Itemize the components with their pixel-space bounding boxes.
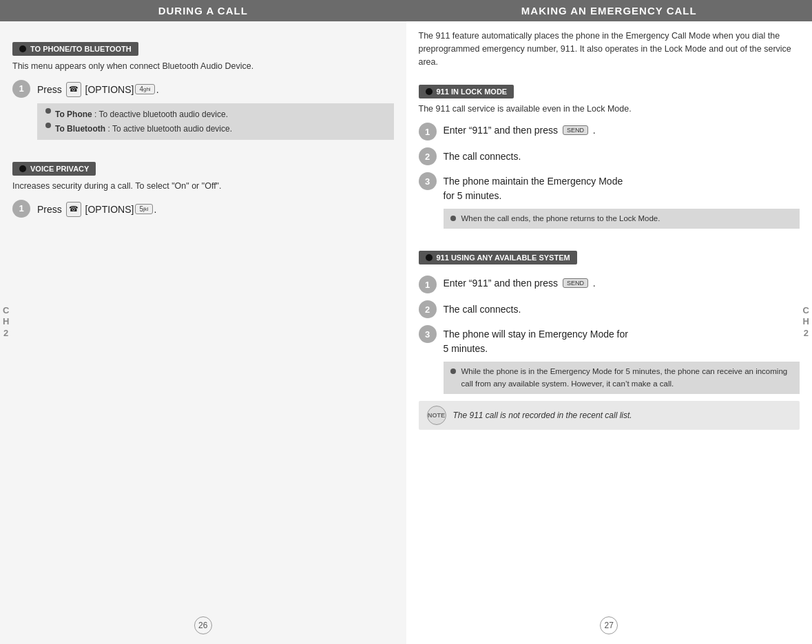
- right-intro: The 911 feature automatically places the…: [419, 30, 800, 68]
- 911-any-system-header: 911 USING ANY AVAILABLE SYSTEM: [419, 251, 577, 264]
- step-circle-a2: 2: [419, 300, 437, 318]
- step-911-lock-2: 2 The call connects.: [419, 147, 800, 165]
- any-system-note: While the phone is in the Emergency Mode…: [444, 362, 800, 394]
- left-header: DURING A CALL: [0, 0, 406, 21]
- step-1-text: Press ☎ [OPTIONS] 4ghi .: [37, 80, 159, 97]
- step-circle-vp-1: 1: [12, 200, 30, 218]
- step-l1-text: Enter “911” and then press SEND .: [444, 123, 596, 136]
- step-circle-l3: 3: [419, 172, 437, 190]
- options-label: [OPTIONS]: [85, 84, 134, 95]
- step-l2-text: The call connects.: [444, 147, 521, 164]
- 911-lock-body: The 911 call service is available even i…: [419, 103, 800, 116]
- step-911-lock-1: 1 Enter “911” and then press SEND .: [419, 123, 800, 141]
- step-911-any-1: 1 Enter “911” and then press SEND .: [419, 276, 800, 293]
- step-a3-text: The phone will stay in Emergency Mode fo…: [444, 325, 628, 356]
- step-circle-l2: 2: [419, 147, 437, 165]
- step-row: 1 Press ☎ [OPTIONS] 4ghi .: [12, 80, 394, 98]
- key-4-icon: 4ghi: [135, 84, 154, 94]
- footer-note: NOTE The 911 call is not recorded in the…: [419, 401, 800, 430]
- page-number-right: 27: [600, 616, 618, 634]
- ch-marker-right: CH2: [803, 304, 809, 340]
- step-circle-a3: 3: [419, 325, 437, 343]
- page-number-left: 26: [194, 616, 212, 634]
- step-911-any-3: 3 The phone will stay in Emergency Mode …: [419, 325, 800, 356]
- press-label: Press: [37, 84, 62, 95]
- options-phone-icon-vp: ☎: [66, 202, 81, 217]
- press-label-vp: Press: [37, 204, 62, 215]
- step-circle-a1: 1: [419, 276, 437, 293]
- footer-note-text: The 911 call is not recorded in the rece…: [453, 411, 632, 420]
- note-icon: NOTE: [427, 406, 446, 425]
- options-label-vp: [OPTIONS]: [85, 204, 134, 215]
- 911-lock-header: 911 IN LOCK MODE: [419, 85, 514, 98]
- voice-privacy-header: VOICE PRIVACY: [12, 162, 96, 176]
- ch-marker-left: CH2: [3, 304, 9, 340]
- right-header: MAKING AN EMERGENCY CALL: [406, 0, 813, 21]
- voice-privacy-body: Increases security during a call. To sel…: [12, 180, 394, 193]
- to-phone-bluetooth-header: TO PHONE/TO BLUETOOTH: [12, 42, 138, 56]
- to-bluetooth-bold: To Bluetooth: [55, 124, 105, 134]
- step-911-lock-3: 3 The phone maintain the Emergency Modef…: [419, 172, 800, 203]
- step-l3-text: The phone maintain the Emergency Modefor…: [444, 172, 623, 203]
- step-911-any-2: 2 The call connects.: [419, 300, 800, 318]
- key-5-icon: 5jkl: [135, 204, 152, 214]
- step-circle-l1: 1: [419, 123, 437, 141]
- step-a2-text: The call connects.: [444, 300, 521, 317]
- to-phone-bluetooth-body: This menu appears only when connect Blue…: [12, 60, 394, 73]
- lock-mode-note: When the call ends, the phone returns to…: [444, 209, 800, 229]
- send-key-1: SEND: [563, 125, 588, 135]
- left-page: CH2 DURING A CALL TO PHONE/TO BLUETOOTH …: [0, 0, 406, 644]
- step-vp-1-text: Press ☎ [OPTIONS] 5jkl .: [37, 200, 156, 217]
- to-phone-bold: To Phone: [55, 110, 92, 119]
- step-a1-text: Enter “911” and then press SEND .: [444, 276, 596, 289]
- options-phone-icon: ☎: [66, 82, 81, 97]
- right-page: CH2 MAKING AN EMERGENCY CALL The 911 fea…: [406, 0, 813, 644]
- to-phone-bluetooth-info: To Phone : To deactive bluetooth audio d…: [37, 103, 394, 140]
- step-row-vp: 1 Press ☎ [OPTIONS] 5jkl .: [12, 200, 394, 218]
- step-circle-1: 1: [12, 80, 30, 98]
- send-key-2: SEND: [563, 278, 588, 288]
